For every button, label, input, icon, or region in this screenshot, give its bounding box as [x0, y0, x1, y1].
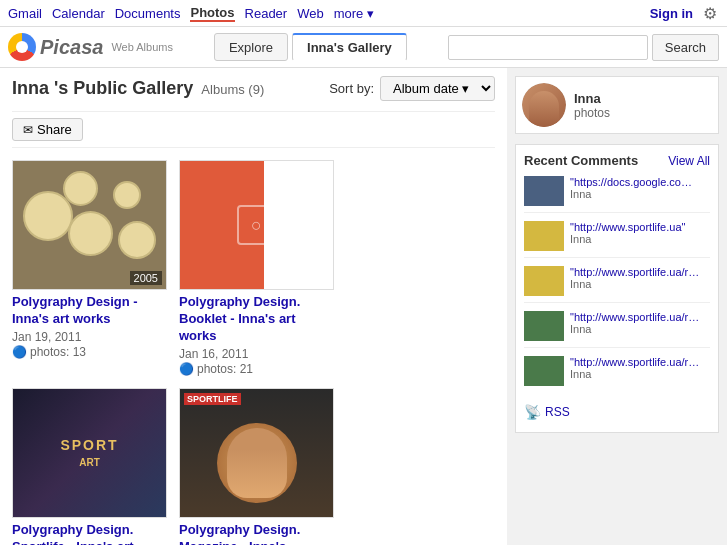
clock-element — [118, 221, 156, 259]
comment-thumb — [524, 176, 564, 206]
top-nav-right: Sign in ⚙ — [650, 4, 719, 22]
user-profile: Inna photos — [515, 76, 719, 134]
share-label: Share — [37, 122, 72, 137]
rss-icon: 📡 — [524, 404, 541, 420]
album-thumbnail: SPORTLIFE — [179, 388, 334, 518]
tab-innas-gallery[interactable]: Inna's Gallery — [292, 33, 407, 61]
photos-icon: 🔵 — [179, 362, 194, 376]
rss-link[interactable]: RSS — [545, 405, 570, 419]
top-nav-links: Gmail Calendar Documents Photos Reader W… — [8, 5, 374, 22]
search-area: Search — [448, 34, 719, 61]
search-button[interactable]: Search — [652, 34, 719, 61]
album-item[interactable]: 2005 Polygraphy Design - Inna's art work… — [12, 160, 167, 376]
album-thumbnail: ○ — [179, 160, 334, 290]
comment-item: "http://www.sportlife.ua" Inna — [524, 221, 710, 258]
comment-author: Inna — [570, 233, 710, 245]
mag-cover-face — [217, 423, 297, 503]
mag-brand: SPORTLIFE — [184, 393, 241, 405]
comment-text: "http://www.sportlife.ua/ru/clubs/2/112/… — [570, 311, 700, 323]
album-title[interactable]: Polygraphy Design. Magazine - Inna's — [179, 522, 334, 545]
comment-item: "http://www.sportlife.ua/ru/clubs/2/112/… — [524, 356, 710, 392]
content-area: Inna 's Public Gallery Albums (9) Sort b… — [0, 68, 507, 545]
comment-text: "http://www.sportlife.ua" — [570, 221, 700, 233]
album-date: Jan 19, 2011 — [12, 330, 167, 344]
album-item[interactable]: SPORT ART Polygraphy Design. Sportlife -… — [12, 388, 167, 545]
albums-grid: 2005 Polygraphy Design - Inna's art work… — [12, 160, 495, 545]
comment-text: "http://www.sportlife.ua/ru/clubs/2/112/… — [570, 266, 700, 278]
picasa-header: Picasa Web Albums Explore Inna's Gallery… — [0, 27, 727, 68]
nav-photos[interactable]: Photos — [190, 5, 234, 22]
comment-text-area: "https://docs.google.com/viewer?a=v&p...… — [570, 176, 710, 200]
user-info: Inna photos — [574, 91, 610, 120]
photos-count: photos: 13 — [30, 345, 86, 359]
share-button[interactable]: ✉ Share — [12, 118, 83, 141]
avatar-img — [522, 83, 566, 127]
comment-item: "https://docs.google.com/viewer?a=v&p...… — [524, 176, 710, 213]
nav-documents[interactable]: Documents — [115, 6, 181, 21]
sort-select[interactable]: Album date ▾ Album name Upload date — [380, 76, 495, 101]
comment-author: Inna — [570, 323, 710, 335]
comment-thumb — [524, 266, 564, 296]
tab-explore[interactable]: Explore — [214, 33, 288, 61]
comment-author: Inna — [570, 278, 710, 290]
sort-label: Sort by: — [329, 81, 374, 96]
sportlife-art-thumb: SPORT ART — [13, 389, 166, 517]
sidebar: Inna photos Recent Comments View All "ht… — [507, 68, 727, 545]
nav-calendar[interactable]: Calendar — [52, 6, 105, 21]
comment-text-area: "http://www.sportlife.ua" Inna — [570, 221, 710, 245]
album-title[interactable]: Polygraphy Design - Inna's art works — [12, 294, 167, 328]
comment-text-area: "http://www.sportlife.ua/ru/clubs/2/112/… — [570, 311, 710, 335]
recent-comments: Recent Comments View All "https://docs.g… — [515, 144, 719, 433]
comment-text: "https://docs.google.com/viewer?a=v&p... — [570, 176, 700, 188]
sportlife-art-subtext: ART — [79, 457, 100, 468]
nav-web[interactable]: Web — [297, 6, 324, 21]
comment-text-area: "http://www.sportlife.ua/ru/clubs/2/112/… — [570, 266, 710, 290]
mag-face-shape — [227, 428, 287, 498]
sign-in-link[interactable]: Sign in — [650, 6, 693, 21]
album-thumbnail: 2005 — [12, 160, 167, 290]
comment-author: Inna — [570, 188, 710, 200]
settings-icon[interactable]: ⚙ — [701, 4, 719, 22]
clock-element — [63, 171, 98, 206]
nav-gmail[interactable]: Gmail — [8, 6, 42, 21]
comment-item: "http://www.sportlife.ua/ru/clubs/2/112/… — [524, 266, 710, 303]
picasa-circle-logo — [8, 33, 36, 61]
picasa-logo-text: Picasa — [40, 36, 103, 59]
search-input[interactable] — [448, 35, 648, 60]
album-title[interactable]: Polygraphy Design. Sportlife - Inna's ar… — [12, 522, 167, 545]
nav-more[interactable]: more ▾ — [334, 6, 374, 21]
album-photos: 🔵 photos: 13 — [12, 345, 167, 359]
sportlife-art-text: SPORT — [60, 437, 118, 453]
gallery-header: Inna 's Public Gallery Albums (9) Sort b… — [12, 76, 495, 101]
clock-element — [68, 211, 113, 256]
album-item[interactable]: ○ Polygraphy Design. Booklet - Inna's ar… — [179, 160, 334, 376]
top-navigation: Gmail Calendar Documents Photos Reader W… — [0, 0, 727, 27]
gallery-title: Inna 's Public Gallery — [12, 78, 193, 99]
view-all-link[interactable]: View All — [668, 154, 710, 168]
nav-reader[interactable]: Reader — [245, 6, 288, 21]
sort-area: Sort by: Album date ▾ Album name Upload … — [329, 76, 495, 101]
comment-thumb — [524, 311, 564, 341]
booklet-thumb: ○ — [180, 161, 333, 289]
picasa-logo[interactable]: Picasa Web Albums — [8, 33, 173, 61]
album-title[interactable]: Polygraphy Design. Booklet - Inna's art … — [179, 294, 334, 345]
photos-count: photos: 21 — [197, 362, 253, 376]
comment-text-area: "http://www.sportlife.ua/ru/clubs/2/112/… — [570, 356, 710, 380]
comment-thumb — [524, 356, 564, 386]
album-item[interactable]: SPORTLIFE Polygraphy Design. Magazine - … — [179, 388, 334, 545]
rss-area: 📡 RSS — [524, 400, 710, 424]
comment-author: Inna — [570, 368, 710, 380]
clock-element — [113, 181, 141, 209]
sportlife-mag-thumb: SPORTLIFE — [180, 389, 333, 517]
comment-text: "http://www.sportlife.ua/ru/clubs/2/112/… — [570, 356, 700, 368]
comment-thumb — [524, 221, 564, 251]
comments-header: Recent Comments View All — [524, 153, 710, 168]
main-layout: Inna 's Public Gallery Albums (9) Sort b… — [0, 68, 727, 545]
user-name: Inna — [574, 91, 610, 106]
header-tabs: Explore Inna's Gallery — [214, 33, 407, 61]
album-photos: 🔵 photos: 21 — [179, 362, 334, 376]
gallery-title-area: Inna 's Public Gallery Albums (9) — [12, 78, 264, 99]
web-albums-text: Web Albums — [111, 41, 173, 53]
album-count: Albums (9) — [201, 82, 264, 97]
comments-title: Recent Comments — [524, 153, 638, 168]
